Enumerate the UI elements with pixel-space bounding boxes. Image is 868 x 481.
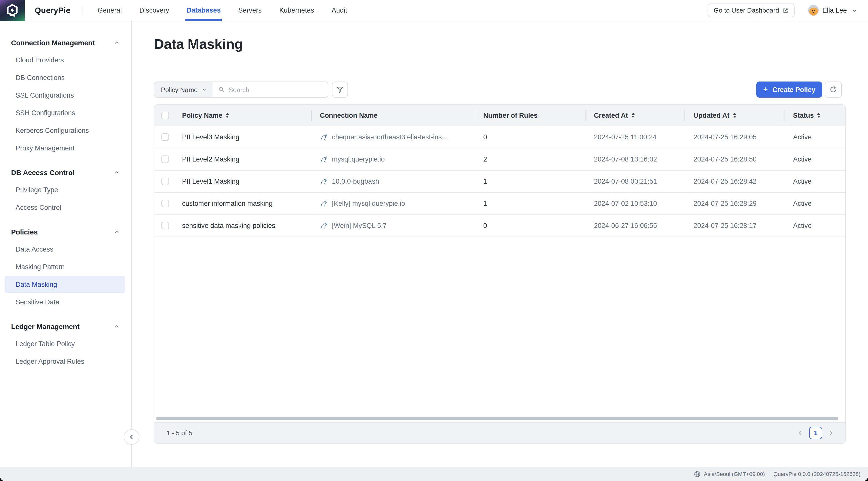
sidebar-section-connection-management[interactable]: Connection Management — [0, 34, 131, 51]
sidebar-item-ledger-approval-rules[interactable]: Ledger Approval Rules — [0, 353, 131, 370]
column-header-updated-at[interactable]: Updated At — [684, 104, 784, 126]
search-input[interactable] — [228, 86, 323, 93]
nav-tab-general[interactable]: General — [98, 0, 122, 21]
horizontal-scrollbar — [155, 417, 841, 421]
chevron-up-icon[interactable] — [114, 169, 120, 175]
search-toolbar: Policy Name — [154, 82, 348, 98]
refresh-button[interactable] — [825, 82, 842, 98]
chevron-up-icon[interactable] — [114, 323, 120, 329]
pagination-footer: 1 - 5 of 5 1 — [154, 422, 845, 443]
sidebar-section-ledger-management[interactable]: Ledger Management — [0, 318, 131, 335]
version-label: QueryPie 0.0.0 (20240725-152638) — [773, 471, 861, 477]
sort-icon[interactable] — [817, 113, 820, 118]
sidebar-section-title: DB Access Control — [11, 168, 75, 176]
chevron-right-icon — [828, 430, 834, 436]
row-checkbox[interactable] — [161, 178, 169, 185]
cell-created-at: 2024-07-08 00:21:51 — [585, 178, 684, 185]
row-checkbox-cell — [154, 222, 178, 230]
filter-button[interactable] — [332, 82, 348, 98]
previous-page-button[interactable] — [797, 430, 804, 436]
sidebar-item-data-masking[interactable]: Data Masking — [4, 276, 125, 293]
table-row[interactable]: PII Level2 Maskingmysql.querypie.io22024… — [154, 148, 845, 171]
column-header-label: Connection Name — [320, 112, 378, 119]
cell-number-of-rules: 1 — [475, 178, 585, 185]
column-header-created-at[interactable]: Created At — [585, 104, 684, 126]
sidebar-item-ledger-table-policy[interactable]: Ledger Table Policy — [0, 335, 131, 353]
column-header-status[interactable]: Status — [784, 104, 845, 126]
sort-icon[interactable] — [632, 113, 634, 118]
sidebar-section-policies[interactable]: Policies — [0, 223, 131, 241]
column-header-number-of-rules: Number of Rules — [475, 104, 585, 126]
sidebar-section-db-access-control[interactable]: DB Access Control — [0, 163, 131, 181]
sidebar-item-db-connections[interactable]: DB Connections — [0, 69, 131, 87]
user-menu-chevron-down-icon[interactable] — [851, 7, 858, 13]
table-row[interactable]: PII Level1 Masking10.0.0-bugbash12024-07… — [154, 171, 845, 193]
go-to-user-dashboard-button[interactable]: Go to User Dashboard — [708, 3, 795, 17]
nav-tab-discovery[interactable]: Discovery — [139, 0, 169, 21]
mysql-dolphin-icon — [320, 178, 328, 185]
search-category-select[interactable]: Policy Name — [154, 82, 213, 97]
sidebar-item-sensitive-data[interactable]: Sensitive Data — [0, 293, 131, 311]
select-all-checkbox[interactable] — [161, 112, 169, 119]
table-row[interactable]: customer information masking[Kelly] mysq… — [154, 193, 845, 215]
nav-divider — [82, 6, 83, 14]
create-policy-button[interactable]: + Create Policy — [756, 82, 822, 98]
cell-policy-name: customer information masking — [178, 200, 311, 207]
nav-tab-servers[interactable]: Servers — [238, 0, 262, 21]
column-header-connection-name: Connection Name — [311, 104, 475, 126]
search-category-value: Policy Name — [161, 86, 198, 93]
globe-icon — [694, 471, 700, 477]
column-header-label: Policy Name — [182, 112, 222, 119]
horizontal-scrollbar-thumb[interactable] — [156, 417, 838, 420]
chevron-up-icon[interactable] — [114, 229, 120, 235]
chevron-left-icon — [797, 430, 804, 436]
cell-number-of-rules: 1 — [475, 200, 585, 207]
table-row[interactable]: sensitive data masking policies[Wein] My… — [154, 215, 845, 237]
sidebar-item-cloud-providers[interactable]: Cloud Providers — [0, 51, 131, 69]
connection-name-text: [Wein] MySQL 5.7 — [332, 222, 387, 230]
next-page-button[interactable] — [828, 430, 834, 436]
cell-status: Active — [784, 222, 845, 230]
sidebar-item-masking-pattern[interactable]: Masking Pattern — [0, 258, 131, 276]
sidebar-item-ssl-configurations[interactable]: SSL Configurations — [0, 87, 131, 104]
chevron-down-icon — [202, 87, 207, 92]
pager: 1 — [797, 427, 834, 439]
sidebar-item-proxy-management[interactable]: Proxy Management — [0, 139, 131, 157]
timezone-label: Asia/Seoul (GMT+09:00) — [704, 471, 765, 477]
sidebar-item-ssh-configurations[interactable]: SSH Configurations — [0, 104, 131, 122]
cell-updated-at: 2024-07-25 16:28:42 — [684, 178, 784, 185]
sidebar-item-privilege-type[interactable]: Privilege Type — [0, 181, 131, 199]
status-bar: Asia/Seoul (GMT+09:00) QueryPie 0.0.0 (2… — [0, 467, 868, 481]
mysql-dolphin-icon — [320, 133, 328, 141]
sidebar-item-data-access[interactable]: Data Access — [0, 241, 131, 258]
cell-status: Active — [784, 200, 845, 207]
filter-funnel-icon — [336, 86, 343, 93]
main-content: Data Masking Policy Name — [132, 21, 868, 467]
nav-tab-audit[interactable]: Audit — [332, 0, 347, 21]
table-row[interactable]: PII Level3 Maskingchequer:asia-northeast… — [154, 126, 845, 148]
row-checkbox[interactable] — [161, 155, 169, 163]
cell-connection-name: 10.0.0-bugbash — [311, 178, 475, 185]
sidebar-item-kerberos-configurations[interactable]: Kerberos Configurations — [0, 122, 131, 139]
cell-policy-name: PII Level1 Masking — [178, 178, 311, 185]
nav-tab-databases[interactable]: Databases — [187, 0, 221, 21]
page-number-button[interactable]: 1 — [809, 427, 822, 439]
user-avatar[interactable] — [808, 5, 819, 16]
sidebar-collapse-button[interactable] — [124, 429, 139, 445]
cell-updated-at: 2024-07-25 16:28:29 — [684, 200, 784, 207]
sort-icon[interactable] — [733, 113, 736, 118]
chevron-left-icon — [128, 434, 135, 440]
row-checkbox[interactable] — [161, 133, 169, 141]
cell-number-of-rules: 2 — [475, 155, 585, 163]
nav-tab-kubernetes[interactable]: Kubernetes — [279, 0, 314, 21]
row-checkbox[interactable] — [161, 222, 169, 230]
chevron-up-icon[interactable] — [114, 39, 120, 46]
sidebar-item-access-control[interactable]: Access Control — [0, 199, 131, 216]
sort-icon[interactable] — [226, 113, 229, 118]
cell-status: Active — [784, 133, 845, 141]
brand-name: QueryPie — [35, 6, 70, 15]
column-header-policy-name[interactable]: Policy Name — [178, 104, 311, 126]
search-input-wrap — [213, 82, 328, 97]
row-checkbox[interactable] — [161, 200, 169, 207]
querypie-logo[interactable] — [0, 0, 25, 21]
